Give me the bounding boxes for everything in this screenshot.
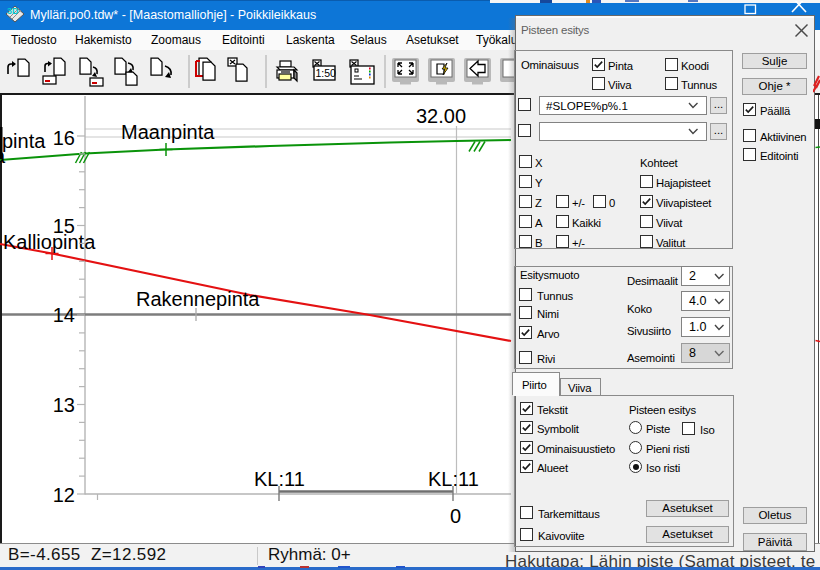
svg-text:Rakennepinta: Rakennepinta	[136, 288, 260, 310]
svg-text:Maanpinta: Maanpinta	[121, 121, 215, 143]
svg-text:14: 14	[53, 304, 75, 326]
svg-text:32.00: 32.00	[416, 105, 466, 127]
svg-text:16: 16	[53, 127, 75, 149]
svg-text:pinta: pinta	[2, 130, 46, 152]
svg-text:KL:11: KL:11	[254, 468, 305, 490]
svg-text:13: 13	[53, 394, 75, 416]
svg-text:Kalliopinta: Kalliopinta	[3, 231, 96, 253]
svg-text:KL:11: KL:11	[428, 468, 479, 490]
svg-text:15: 15	[53, 215, 75, 237]
svg-text:0: 0	[450, 505, 461, 527]
svg-text:12: 12	[53, 484, 75, 506]
